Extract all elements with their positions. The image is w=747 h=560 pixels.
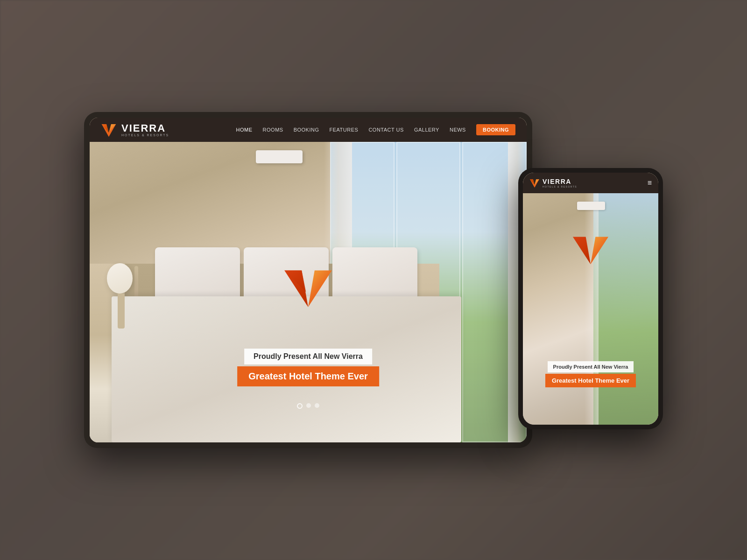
svg-marker-6	[284, 271, 306, 292]
phone-logo-name: VIERRA	[543, 178, 577, 185]
v-logo-large-icon	[280, 268, 336, 324]
dot-3[interactable]	[315, 403, 319, 408]
nav-contact[interactable]: CONTACT US	[368, 127, 404, 133]
phone-menu-icon[interactable]: ≡	[648, 179, 652, 187]
svg-marker-11	[591, 237, 608, 264]
phone-device: VIERRA HOTELS & RESORTS ≡	[518, 168, 663, 429]
tablet-logo: VIERRA HOTELS & RESORTS	[101, 122, 169, 138]
nav-links: HOME ROOMS BOOKING FEATURES CONTACT US G…	[236, 124, 515, 135]
nav-home[interactable]: HOME	[236, 127, 253, 133]
phone-logo-sub: HOTELS & RESORTS	[543, 185, 577, 188]
hero-title: Greatest Hotel Theme Ever	[237, 366, 379, 386]
tablet-navbar: VIERRA HOTELS & RESORTS HOME ROOMS BOOKI…	[90, 118, 527, 142]
phone-hero-subtitle: Proudly Present All New Vierra	[548, 361, 634, 372]
phone-screen: VIERRA HOTELS & RESORTS ≡	[523, 173, 658, 425]
nav-booking[interactable]: BOOKING	[294, 127, 319, 133]
nav-news[interactable]: NEWS	[450, 127, 466, 133]
tablet-hero: Proudly Present All New Vierra Greatest …	[90, 118, 527, 442]
slider-dots	[297, 403, 319, 409]
scene-container: VIERRA HOTELS & RESORTS HOME ROOMS BOOKI…	[84, 112, 663, 448]
v-logo-icon	[101, 122, 117, 138]
phone-logo: VIERRA HOTELS & RESORTS	[529, 178, 577, 188]
dot-2[interactable]	[306, 403, 311, 408]
v-logo-overlay	[90, 146, 527, 442]
logo-subtitle: HOTELS & RESORTS	[121, 133, 169, 137]
phone-v-overlay	[523, 193, 658, 319]
nav-features[interactable]: FEATURES	[330, 127, 359, 133]
nav-gallery[interactable]: GALLERY	[414, 127, 439, 133]
tablet-hero-text: Proudly Present All New Vierra Greatest …	[237, 349, 379, 386]
svg-marker-10	[573, 237, 591, 264]
dot-1[interactable]	[297, 403, 303, 409]
hero-subtitle: Proudly Present All New Vierra	[244, 349, 372, 364]
phone-v-logo-large	[570, 235, 612, 277]
booking-button[interactable]: BOOKING	[476, 124, 515, 135]
phone-hero-text: Proudly Present All New Vierra Greatest …	[523, 361, 658, 387]
phone-hero-title: Greatest Hotel Theme Ever	[545, 374, 636, 387]
svg-marker-5	[308, 271, 332, 307]
nav-rooms[interactable]: ROOMS	[263, 127, 283, 133]
hero-background: Proudly Present All New Vierra Greatest …	[90, 118, 527, 442]
phone-logo-text: VIERRA HOTELS & RESORTS	[543, 178, 577, 188]
logo-name: VIERRA	[121, 123, 169, 133]
phone-navbar: VIERRA HOTELS & RESORTS ≡	[523, 173, 658, 193]
logo-text: VIERRA HOTELS & RESORTS	[121, 123, 169, 137]
tablet-device: VIERRA HOTELS & RESORTS HOME ROOMS BOOKI…	[84, 112, 532, 448]
tablet-screen: VIERRA HOTELS & RESORTS HOME ROOMS BOOKI…	[90, 118, 527, 442]
phone-v-logo-icon	[529, 178, 540, 188]
